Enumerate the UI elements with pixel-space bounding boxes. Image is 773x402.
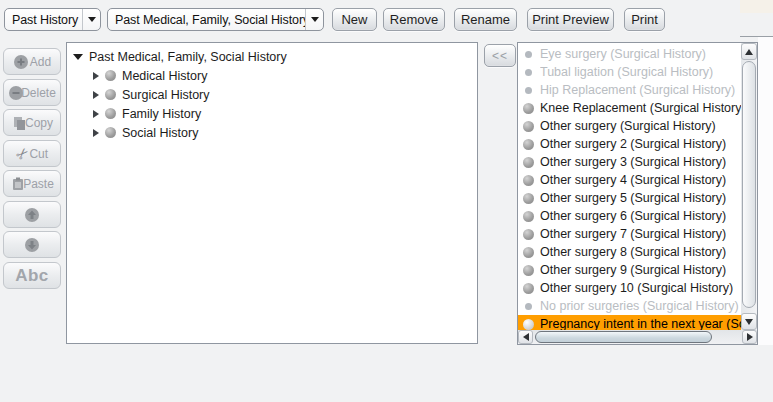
paste-button-label: Paste <box>23 177 54 191</box>
item-bullet-icon <box>523 283 534 294</box>
list-item-label: Eye surgery (Surgical History) <box>540 47 706 61</box>
tree-node-row[interactable]: Social History <box>67 123 477 142</box>
template-dropdown-value: Past Medical, Family, Social History <box>108 13 305 27</box>
list-item[interactable]: Other surgery 3 (Surgical History) <box>518 153 741 171</box>
item-bullet-icon <box>523 193 534 204</box>
copy-button[interactable]: Copy <box>3 109 61 136</box>
chevron-down-icon[interactable] <box>306 17 323 22</box>
copy-button-label: Copy <box>25 116 53 130</box>
expand-triangle-icon[interactable] <box>93 110 99 118</box>
list-item[interactable]: Other surgery 2 (Surgical History) <box>518 135 741 153</box>
node-bullet-icon <box>105 108 116 119</box>
expand-triangle-icon[interactable] <box>93 91 99 99</box>
plus-circle-icon <box>13 54 29 70</box>
vertical-scrollbar[interactable] <box>741 43 757 330</box>
print-preview-button[interactable]: Print Preview <box>527 8 614 31</box>
arrow-up-icon <box>745 49 753 55</box>
options-list: Eye surgery (Surgical History) Tubal lig… <box>518 45 741 333</box>
item-bullet-icon <box>525 69 532 76</box>
expand-triangle-icon[interactable] <box>93 72 99 80</box>
list-item-label: Other surgery 3 (Surgical History) <box>540 155 726 169</box>
scroll-down-button[interactable] <box>741 313 757 330</box>
node-bullet-icon <box>105 70 116 81</box>
list-item[interactable]: Other surgery (Surgical History) <box>518 117 741 135</box>
scroll-up-button[interactable] <box>741 43 757 60</box>
list-item-label: Tubal ligation (Surgical History) <box>540 65 713 79</box>
collapse-triangle-icon[interactable] <box>73 54 83 60</box>
list-item-label: Other surgery 5 (Surgical History) <box>540 191 726 205</box>
tree-node-row[interactable]: Family History <box>67 104 477 123</box>
list-item[interactable]: Other surgery 4 (Surgical History) <box>518 171 741 189</box>
item-bullet-icon <box>523 211 534 222</box>
template-dropdown[interactable]: Past Medical, Family, Social History <box>107 8 324 31</box>
chevron-down-icon[interactable] <box>83 17 100 22</box>
node-bullet-icon <box>105 89 116 100</box>
vertical-scrollbar-thumb[interactable] <box>742 61 756 308</box>
right-margin-strip <box>758 37 773 345</box>
list-item-label: Other surgery 10 (Surgical History) <box>540 281 733 295</box>
node-bullet-icon <box>105 127 116 138</box>
list-item[interactable]: Tubal ligation (Surgical History) <box>518 63 741 81</box>
horizontal-scrollbar[interactable] <box>518 330 757 344</box>
move-left-button[interactable]: << <box>484 44 516 67</box>
remove-button[interactable]: Remove <box>383 8 445 31</box>
rename-button[interactable]: Rename <box>454 8 517 31</box>
print-button[interactable]: Print <box>624 8 665 31</box>
scroll-right-button[interactable] <box>742 330 757 344</box>
tree-node-label: Family History <box>122 107 201 121</box>
add-button-label: Add <box>30 55 51 69</box>
paste-button[interactable]: Paste <box>3 170 61 197</box>
list-item-label: Other surgery (Surgical History) <box>540 119 716 133</box>
arrow-right-icon <box>747 333 753 341</box>
list-item[interactable]: Other surgery 6 (Surgical History) <box>518 207 741 225</box>
tree-root-label: Past Medical, Family, Social History <box>89 50 287 64</box>
tree-node-label: Surgical History <box>122 88 210 102</box>
list-item-label: Other surgery 9 (Surgical History) <box>540 263 726 277</box>
category-dropdown[interactable]: Past History <box>4 8 101 31</box>
arrow-up-circle-icon <box>24 207 40 223</box>
item-bullet-icon <box>525 87 532 94</box>
abc-button-label: Abc <box>15 266 49 286</box>
list-item-label: Other surgery 4 (Surgical History) <box>540 173 726 187</box>
move-up-button[interactable] <box>3 201 61 228</box>
scroll-left-button[interactable] <box>518 330 533 344</box>
list-item-label: Knee Replacement (Surgical History) <box>540 101 741 115</box>
tree-root-row[interactable]: Past Medical, Family, Social History <box>67 47 477 66</box>
expand-triangle-icon[interactable] <box>93 129 99 137</box>
move-down-button[interactable] <box>3 231 61 258</box>
tree-node-label: Medical History <box>122 69 207 83</box>
tree-node-row[interactable]: Surgical History <box>67 85 477 104</box>
tree-node-label: Social History <box>122 126 198 140</box>
list-item[interactable]: Other surgery 8 (Surgical History) <box>518 243 741 261</box>
item-bullet-icon <box>523 157 534 168</box>
list-item-label: Other surgery 7 (Surgical History) <box>540 227 726 241</box>
list-item[interactable]: No prior surgeries (Surgical History) <box>518 297 741 315</box>
list-item[interactable]: Hip Replacement (Surgical History) <box>518 81 741 99</box>
new-button[interactable]: New <box>332 8 377 31</box>
item-bullet-icon <box>523 103 534 114</box>
list-item[interactable]: Knee Replacement (Surgical History) <box>518 99 741 117</box>
arrow-down-icon <box>745 319 753 325</box>
list-item[interactable]: Other surgery 10 (Surgical History) <box>518 279 741 297</box>
list-item-label: Hip Replacement (Surgical History) <box>540 83 735 97</box>
list-item[interactable]: Other surgery 7 (Surgical History) <box>518 225 741 243</box>
item-bullet-icon <box>523 265 534 276</box>
tree-node-row[interactable]: Medical History <box>67 66 477 85</box>
item-bullet-icon <box>523 319 534 330</box>
list-item[interactable]: Eye surgery (Surgical History) <box>518 45 741 63</box>
delete-button[interactable]: Delete <box>3 79 61 106</box>
cut-button[interactable]: ✂ Cut <box>3 140 61 167</box>
cut-button-label: Cut <box>29 147 48 161</box>
item-bullet-icon <box>525 51 532 58</box>
list-item[interactable]: Other surgery 9 (Surgical History) <box>518 261 741 279</box>
horizontal-scrollbar-thumb[interactable] <box>535 331 712 343</box>
category-dropdown-value: Past History <box>5 13 82 27</box>
item-bullet-icon <box>525 303 532 310</box>
tree-panel: Past Medical, Family, Social History Med… <box>66 42 478 344</box>
list-item-label: Other surgery 2 (Surgical History) <box>540 137 726 151</box>
add-button[interactable]: Add <box>3 48 61 75</box>
options-list-panel: Eye surgery (Surgical History) Tubal lig… <box>517 42 758 345</box>
abc-format-button[interactable]: Abc <box>3 262 61 289</box>
list-item-label: Pregnancy intent in the next year (Socia… <box>540 317 741 331</box>
list-item[interactable]: Other surgery 5 (Surgical History) <box>518 189 741 207</box>
